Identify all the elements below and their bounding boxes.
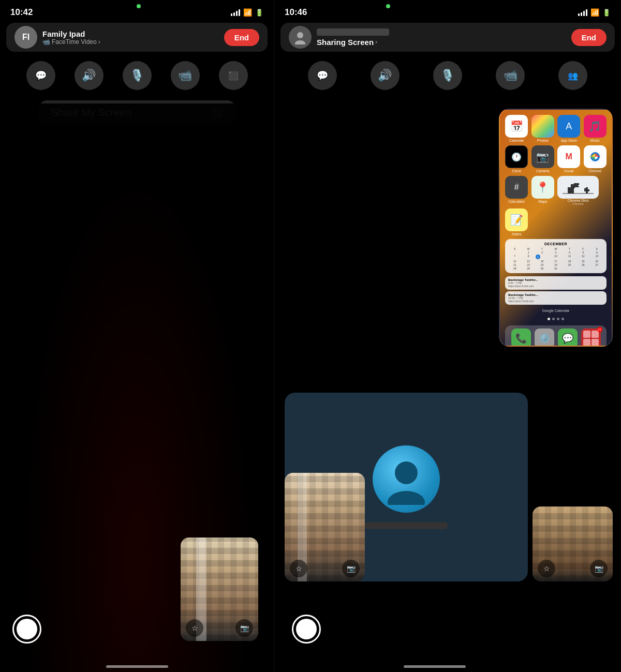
main-caller-avatar bbox=[373, 445, 440, 513]
left-self-cam: ☆ 📷 bbox=[181, 537, 258, 641]
chrome-dino-label: Chrome Dino bbox=[567, 199, 588, 202]
right-avatar bbox=[289, 26, 312, 49]
self-cam-controls: ☆ 📷 bbox=[285, 560, 365, 577]
right-phone: 10:46 📶 🔋 bbox=[274, 0, 621, 672]
right-wifi-icon: 📶 bbox=[590, 8, 599, 17]
right-record-button[interactable] bbox=[292, 615, 321, 644]
left-video-btn[interactable]: 📹 bbox=[171, 61, 200, 90]
right-speaker-btn[interactable]: 🔊 bbox=[371, 61, 400, 90]
left-mic-btn[interactable]: 🎙️ bbox=[123, 61, 152, 90]
left-time: 10:42 bbox=[10, 7, 33, 18]
left-message-btn[interactable]: 💬 bbox=[26, 61, 55, 90]
app-row-1: 📅 Calendar Photos A App Store 🎵 Music bbox=[503, 115, 609, 142]
third-cam-favorite-btn[interactable]: ☆ bbox=[538, 560, 555, 577]
app-camera: 📷 Camera bbox=[531, 145, 555, 173]
right-video-btn[interactable]: 📹 bbox=[496, 61, 525, 90]
self-cam-switch-btn[interactable]: 📷 bbox=[342, 560, 360, 577]
app-appstore: A App Store bbox=[557, 115, 581, 142]
dock-settings: ⚙️ bbox=[535, 328, 554, 347]
cal-month: DECEMBER bbox=[508, 242, 603, 246]
share-screen-icon: ⬛ bbox=[212, 107, 223, 118]
left-cam-controls: ☆ 📷 bbox=[181, 619, 258, 637]
app-photos: Photos bbox=[531, 115, 555, 142]
left-avatar: FI bbox=[14, 26, 37, 49]
app-music: 🎵 Music bbox=[584, 115, 607, 142]
screen-share-preview: 📅 Calendar Photos A App Store 🎵 Music bbox=[499, 109, 613, 347]
app-chrome-dino: Chrome Dino Chrome bbox=[557, 176, 607, 205]
third-caller-panel: ☆ 📷 bbox=[533, 506, 613, 581]
ios-home-screen: 📅 Calendar Photos A App Store 🎵 Music bbox=[500, 110, 612, 346]
left-call-subtitle: 📹 FaceTime Video › bbox=[42, 38, 100, 46]
dock-messages: 💬 bbox=[558, 328, 578, 347]
cal-grid: SMTWTFS 123456 78910111213 1415161718192… bbox=[508, 247, 603, 270]
app-calculator: # Calculator bbox=[505, 176, 528, 205]
left-share-screen-ctrl-btn[interactable]: ⬛ bbox=[219, 61, 248, 90]
right-message-btn[interactable]: 💬 bbox=[308, 61, 337, 90]
left-end-button[interactable]: End bbox=[224, 29, 259, 46]
app-row-4: 📝 Notes bbox=[503, 208, 609, 236]
green-dot-right bbox=[386, 4, 390, 8]
right-call-subtitle: Sharing Screen › bbox=[317, 38, 389, 47]
svg-rect-10 bbox=[578, 185, 580, 186]
main-caller-name-redacted bbox=[365, 522, 448, 529]
left-phone: 10:42 📶 🔋 FI Family Ipad 📹 FaceTime Vide… bbox=[0, 0, 274, 672]
left-call-name: Family Ipad bbox=[42, 29, 100, 38]
left-status-bar: 10:42 📶 🔋 bbox=[0, 0, 274, 23]
events-section: Backstage Taskfor... 8:30 - 7 PM https:/… bbox=[505, 276, 607, 305]
right-signal-icon bbox=[578, 9, 587, 16]
event-2: Backstage Taskfor... 10:30 - 7 PM https:… bbox=[505, 291, 607, 305]
event-1: Backstage Taskfor... 8:30 - 7 PM https:/… bbox=[505, 276, 607, 290]
app-maps: 📍 Maps bbox=[531, 176, 555, 205]
left-favorite-btn[interactable]: ☆ bbox=[186, 619, 203, 637]
right-participants-btn[interactable]: 👥 bbox=[558, 61, 587, 90]
svg-rect-12 bbox=[584, 188, 586, 191]
battery-icon: 🔋 bbox=[255, 9, 263, 17]
svg-rect-11 bbox=[586, 187, 588, 193]
right-home-indicator bbox=[404, 665, 466, 668]
chrome-sub-label: Chrome bbox=[572, 202, 583, 205]
share-screen-label: Share My Screen bbox=[51, 107, 131, 118]
third-cam-controls: ☆ 📷 bbox=[533, 560, 613, 577]
record-button[interactable] bbox=[12, 615, 41, 644]
dock-badge: 22 bbox=[597, 327, 602, 332]
video-icon-small: 📹 bbox=[42, 38, 50, 46]
svg-point-14 bbox=[395, 461, 418, 484]
right-record-inner bbox=[296, 619, 317, 639]
app-clock: 🕐 Clock bbox=[505, 145, 528, 173]
right-battery-icon: 🔋 bbox=[602, 9, 611, 17]
share-my-screen-button[interactable]: Share My Screen ⬛ bbox=[39, 100, 235, 125]
green-dot-left bbox=[137, 4, 141, 8]
left-home-indicator bbox=[106, 665, 168, 668]
app-row-3: # Calculator 📍 Maps bbox=[503, 176, 609, 205]
left-status-icons: 📶 🔋 bbox=[231, 8, 263, 17]
wifi-icon: 📶 bbox=[243, 8, 252, 17]
calendar-widget: DECEMBER SMTWTFS 123456 78910111213 1415… bbox=[505, 239, 607, 273]
right-name-redacted bbox=[317, 28, 389, 36]
left-call-header: FI Family Ipad 📹 FaceTime Video › End bbox=[6, 23, 268, 52]
sharing-screen-label: Sharing Screen bbox=[317, 38, 374, 47]
right-mic-btn[interactable]: 🎙️ bbox=[433, 61, 462, 90]
right-time: 10:46 bbox=[285, 7, 307, 18]
ios-dock: 📞 ⚙️ 💬 22 bbox=[505, 325, 607, 347]
record-inner-circle bbox=[17, 619, 37, 639]
app-notes: 📝 Notes bbox=[505, 208, 528, 236]
app-gmail: M Gmail bbox=[557, 145, 581, 173]
chevron-icon: › bbox=[98, 38, 100, 46]
app-chrome: Chrome bbox=[584, 145, 607, 173]
right-controls-row: 💬 🔊 🎙️ 📹 👥 bbox=[280, 57, 615, 94]
self-cam-panel: ☆ 📷 bbox=[285, 473, 365, 581]
svg-point-0 bbox=[297, 32, 303, 38]
svg-rect-13 bbox=[588, 189, 589, 191]
sharing-chevron: › bbox=[375, 38, 377, 46]
right-status-bar: 10:46 📶 🔋 bbox=[274, 0, 621, 23]
left-speaker-btn[interactable]: 🔊 bbox=[75, 61, 103, 90]
self-cam-favorite-btn[interactable]: ☆ bbox=[290, 560, 307, 577]
right-call-header: Sharing Screen › End bbox=[280, 23, 615, 52]
third-cam-switch-btn[interactable]: 📷 bbox=[590, 560, 608, 577]
svg-point-1 bbox=[295, 40, 305, 44]
left-camera-switch-btn[interactable]: 📷 bbox=[235, 619, 253, 637]
right-status-icons: 📶 🔋 bbox=[578, 8, 611, 17]
right-end-button[interactable]: End bbox=[571, 29, 607, 46]
signal-icon bbox=[231, 9, 240, 16]
page-dots bbox=[503, 318, 609, 320]
